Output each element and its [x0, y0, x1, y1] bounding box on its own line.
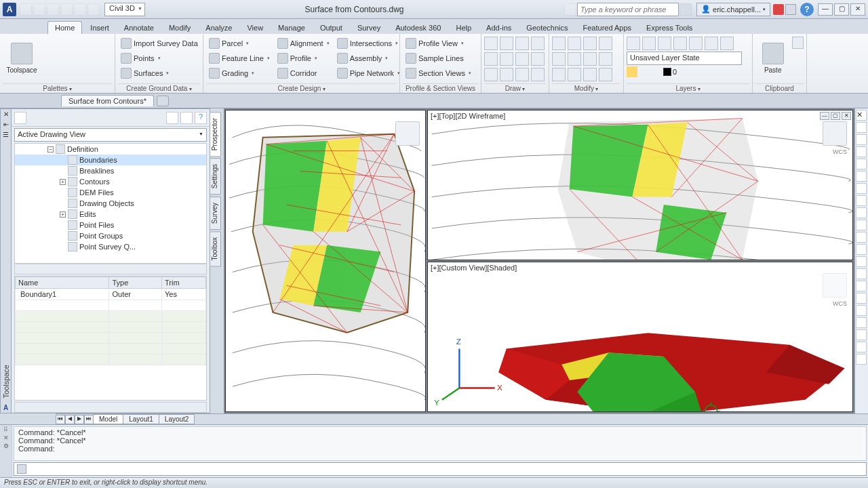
tab-survey[interactable]: Survey [210, 197, 221, 230]
profile-button[interactable]: Profile [275, 52, 332, 65]
move-icon[interactable] [552, 37, 566, 50]
nav-orbit-icon[interactable] [856, 159, 867, 169]
palette-icon[interactable] [43, 37, 54, 47]
tab-help[interactable]: Help [449, 22, 478, 34]
trim-icon[interactable] [583, 37, 597, 50]
parcel-button[interactable]: Parcel [206, 37, 273, 50]
layer-prop-icon[interactable] [627, 37, 640, 50]
draw-text-icon[interactable] [515, 68, 529, 81]
tab-manage[interactable]: Manage [271, 22, 312, 34]
layout-layout2[interactable]: Layout2 [159, 414, 195, 424]
app-menu-icon[interactable]: A [3, 3, 16, 16]
layer-match-icon[interactable] [720, 37, 734, 50]
nav-icon[interactable] [856, 220, 867, 230]
palette-menu-icon[interactable]: ☰ [3, 129, 9, 140]
item-grid[interactable]: NameTypeTrim Boundary1OuterYes [14, 276, 207, 401]
qat-new-icon[interactable] [20, 3, 32, 16]
panel-ground[interactable]: Create Ground Data [118, 83, 200, 93]
array-icon[interactable] [583, 68, 597, 81]
tab-modify[interactable]: Modify [162, 22, 197, 34]
nav-pan-icon[interactable] [856, 134, 867, 145]
help-icon[interactable]: ? [800, 3, 814, 16]
palette-icon[interactable] [67, 49, 78, 60]
ts-home-icon[interactable] [14, 112, 26, 124]
samplelines-button[interactable]: Sample Lines [403, 52, 474, 65]
ts-tool2-icon[interactable] [180, 112, 193, 124]
tab-settings[interactable]: Settings [210, 158, 221, 195]
import-survey-button[interactable]: Import Survey Data [118, 37, 201, 50]
tab-prospector[interactable]: Prospector [210, 112, 221, 157]
viewport-label[interactable]: [+][Custom View][Shaded] [431, 264, 517, 272]
nav-icon[interactable] [856, 183, 867, 194]
toolspace-button[interactable]: Toolspace [3, 37, 41, 80]
table-row[interactable] [16, 333, 206, 344]
fillet-icon[interactable] [583, 52, 597, 66]
palette-icon[interactable] [55, 49, 66, 60]
infocenter-search-icon[interactable] [564, 3, 576, 16]
nav-zoom-icon[interactable] [856, 146, 867, 157]
layer-off-icon[interactable] [642, 37, 656, 50]
sectionviews-button[interactable]: Section Views [403, 66, 474, 80]
layer-freeze-icon[interactable] [658, 37, 671, 50]
toolspace-view-dropdown[interactable]: Active Drawing View [14, 128, 207, 142]
nav-wheel-icon[interactable] [856, 122, 867, 133]
layout-next-icon[interactable]: ▶ [75, 415, 84, 424]
layer-lock2-icon[interactable] [651, 66, 662, 77]
stretch-icon[interactable] [552, 68, 566, 81]
panel-draw[interactable]: Draw [484, 83, 546, 93]
corridor-button[interactable]: Corridor [275, 66, 332, 80]
palette-close-icon[interactable]: ✕ [3, 109, 9, 119]
tab-toolbox[interactable]: Toolbox [210, 231, 221, 266]
stayconnected-icon[interactable] [785, 4, 796, 15]
command-input[interactable] [14, 462, 867, 476]
nav-icon[interactable] [856, 305, 867, 316]
cmd-handle[interactable]: ⠿✕⚙ [0, 425, 12, 477]
nav-icon[interactable] [856, 171, 867, 182]
points-button[interactable]: Points [118, 52, 201, 65]
erase-icon[interactable] [599, 37, 612, 50]
qat-undo-icon[interactable] [74, 3, 86, 16]
nav-icon[interactable] [856, 329, 867, 340]
col-type[interactable]: Type [109, 277, 162, 289]
palette-icon[interactable] [67, 61, 78, 72]
tab-output[interactable]: Output [313, 22, 349, 34]
draw-rect-icon[interactable] [484, 52, 498, 66]
palette-icon[interactable] [67, 37, 78, 47]
palette-bar[interactable]: ✕ ⇤ ☰ Toolspace A [1, 109, 12, 413]
layer-color-icon[interactable] [689, 37, 703, 50]
layout-first-icon[interactable]: ⏮ [56, 415, 65, 424]
layer-more-icon[interactable] [705, 37, 718, 50]
mirror-icon[interactable] [568, 52, 581, 66]
viewport-top[interactable]: [+][Top][2D Wireframe] —▢✕ WCS [427, 110, 853, 260]
palette-icon[interactable] [43, 49, 54, 60]
rotate-icon[interactable] [568, 37, 581, 50]
table-row[interactable] [16, 322, 206, 333]
draw-polyline-icon[interactable] [500, 37, 513, 50]
layer-lock-icon[interactable] [673, 37, 687, 50]
close-button[interactable]: ✕ [850, 3, 865, 16]
table-row[interactable] [16, 354, 206, 365]
nav-close-icon[interactable]: ✕ [856, 110, 867, 121]
workspace-dropdown[interactable]: Civil 3D [104, 3, 145, 16]
panel-layers[interactable]: Layers [627, 83, 749, 93]
palette-icon[interactable] [43, 61, 54, 72]
panel-modify[interactable]: Modify [552, 83, 620, 93]
tab-featuredapps[interactable]: Featured Apps [576, 22, 639, 34]
tab-view[interactable]: View [240, 22, 270, 34]
cut-icon[interactable] [792, 37, 804, 49]
draw-block-icon[interactable] [531, 68, 545, 81]
tree-node[interactable]: Breaklines [79, 167, 114, 175]
qat-redo-icon[interactable] [87, 3, 100, 16]
file-tab-new[interactable] [157, 96, 169, 106]
tab-survey[interactable]: Survey [351, 22, 387, 34]
tree-node[interactable]: Point Groups [79, 232, 123, 240]
draw-hatch-icon[interactable] [515, 52, 529, 66]
viewport-custom[interactable]: [+][Custom View][Shaded] WCS Z X [427, 262, 853, 412]
tab-autodesk360[interactable]: Autodesk 360 [389, 22, 448, 34]
draw-arc-icon[interactable] [531, 37, 545, 50]
featureline-button[interactable]: Feature Line [206, 52, 273, 65]
tree-scrollbar[interactable] [14, 264, 207, 274]
viewport-left[interactable] [225, 110, 426, 412]
col-trim[interactable]: Trim [162, 277, 206, 289]
nav-icon[interactable] [856, 232, 867, 243]
